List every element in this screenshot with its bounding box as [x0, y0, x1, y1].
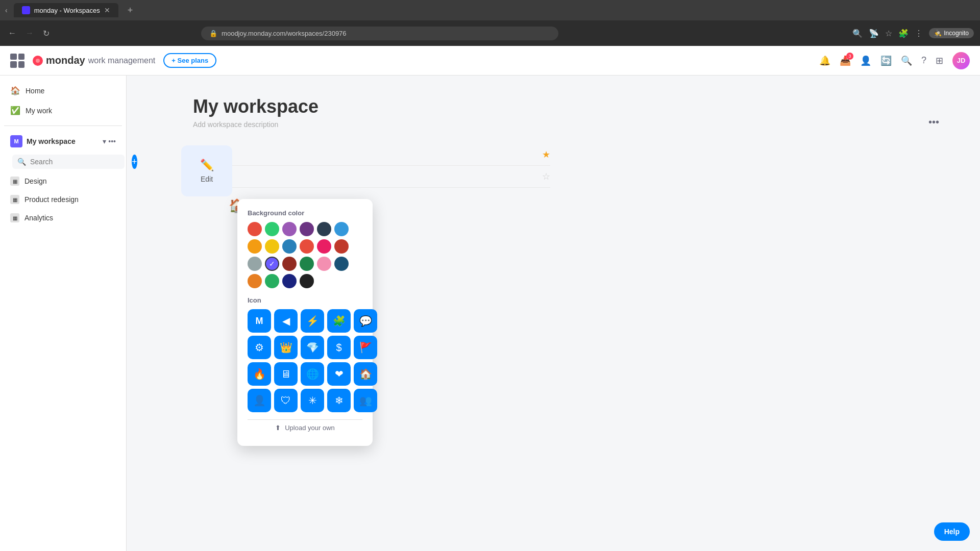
new-tab-button[interactable]: + [122, 3, 138, 18]
tab-title: monday - Workspaces [34, 7, 100, 14]
settings-icon[interactable]: ⋮ [915, 29, 923, 38]
extensions-icon[interactable]: 🧩 [898, 29, 909, 38]
nav-actions: 🔍 📡 ☆ 🧩 ⋮ 🕵 Incognito [852, 28, 974, 38]
tab-favicon [22, 6, 30, 14]
back-forward-buttons: ‹ [5, 6, 8, 14]
browser-tab[interactable]: monday - Workspaces ✕ [14, 3, 118, 17]
incognito-label: Incognito [944, 30, 969, 37]
incognito-badge: 🕵 Incognito [929, 28, 974, 38]
search-icon[interactable]: 🔍 [852, 29, 863, 38]
cast-icon[interactable]: 📡 [869, 29, 879, 38]
lock-icon: 🔒 [209, 30, 217, 37]
address-bar[interactable]: 🔒 moodjoy.monday.com/workspaces/230976 [201, 27, 558, 40]
url-text: moodjoy.monday.com/workspaces/230976 [222, 30, 346, 37]
forward-button[interactable]: → [23, 27, 36, 40]
bookmark-icon[interactable]: ☆ [885, 29, 892, 38]
back-button[interactable]: ← [6, 27, 18, 40]
refresh-button[interactable]: ↻ [41, 27, 52, 40]
tab-close-button[interactable]: ✕ [104, 6, 110, 14]
